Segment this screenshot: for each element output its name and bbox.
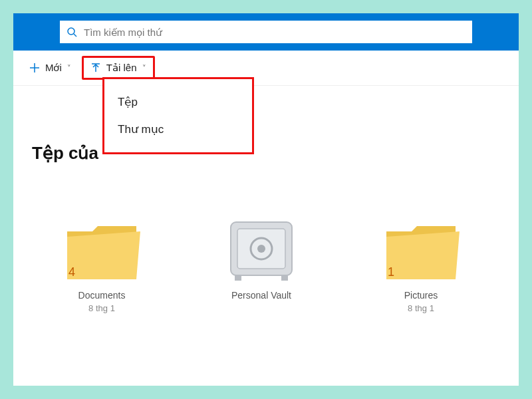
command-bar: Mới ˅ Tải lên ˅ (13, 51, 519, 86)
content-area: Tệp của 4 Documents 8 thg 1 (13, 86, 519, 333)
search-box[interactable] (60, 21, 472, 43)
file-item-documents[interactable]: 4 Documents 8 thg 1 (52, 217, 152, 313)
chevron-down-icon: ˅ (67, 64, 71, 72)
file-name: Pictures (371, 290, 471, 301)
svg-rect-10 (235, 275, 241, 281)
new-button[interactable]: Mới ˅ (23, 58, 78, 78)
svg-rect-11 (281, 275, 288, 281)
top-bar (13, 13, 519, 51)
badge-count: 4 (68, 265, 75, 279)
plus-icon (29, 63, 40, 73)
onedrive-window: Mới ˅ Tải lên ˅ Tệp của 4 Documents (13, 13, 519, 386)
new-label: Mới (45, 62, 62, 74)
svg-point-9 (257, 245, 265, 253)
search-icon (66, 27, 77, 37)
badge-count: 1 (388, 265, 394, 279)
file-item-personal-vault[interactable]: Personal Vault (211, 217, 311, 313)
search-input[interactable] (84, 27, 466, 38)
file-date: 8 thg 1 (52, 303, 152, 313)
upload-button[interactable]: Tải lên ˅ (82, 56, 155, 80)
upload-folder-option[interactable]: Thư mục (104, 116, 252, 143)
svg-line-1 (74, 34, 76, 37)
file-name: Documents (52, 290, 152, 301)
file-grid: 4 Documents 8 thg 1 Personal Vault (32, 217, 500, 313)
svg-point-0 (68, 28, 74, 35)
upload-file-option[interactable]: Tệp (104, 88, 252, 116)
file-item-pictures[interactable]: 1 Pictures 8 thg 1 (371, 217, 471, 313)
chevron-down-icon: ˅ (142, 64, 146, 72)
upload-label: Tải lên (106, 62, 137, 74)
upload-dropdown: Tệp Thư mục (102, 77, 254, 154)
vault-icon (221, 217, 301, 283)
file-name: Personal Vault (211, 290, 311, 301)
folder-icon: 4 (62, 217, 142, 283)
upload-icon (90, 63, 101, 73)
folder-icon: 1 (381, 217, 461, 283)
file-date: 8 thg 1 (371, 303, 471, 313)
